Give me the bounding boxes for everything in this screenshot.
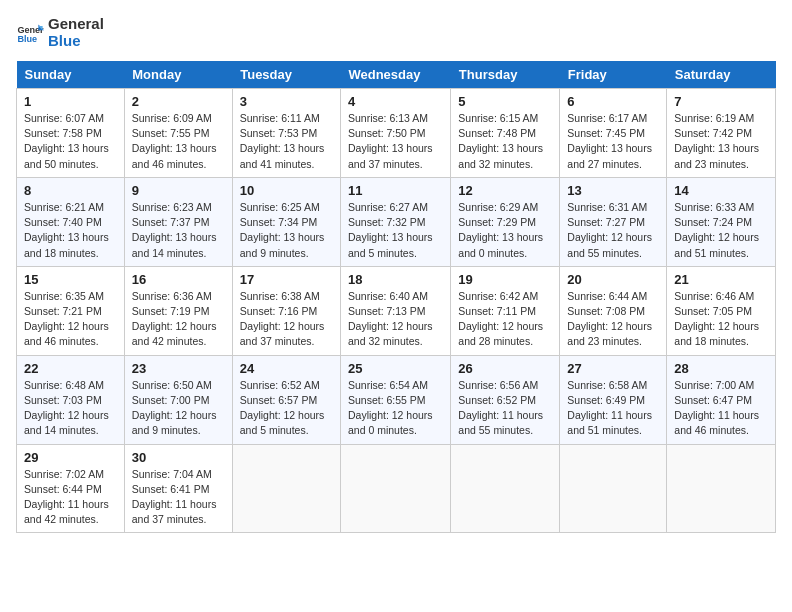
day-number: 20 (567, 272, 659, 287)
day-info: Sunrise: 6:35 AMSunset: 7:21 PMDaylight:… (24, 289, 117, 350)
calendar-cell: 26Sunrise: 6:56 AMSunset: 6:52 PMDayligh… (451, 355, 560, 444)
day-info: Sunrise: 6:36 AMSunset: 7:19 PMDaylight:… (132, 289, 225, 350)
calendar-week-1: 1Sunrise: 6:07 AMSunset: 7:58 PMDaylight… (17, 89, 776, 178)
day-number: 1 (24, 94, 117, 109)
calendar-cell: 7Sunrise: 6:19 AMSunset: 7:42 PMDaylight… (667, 89, 776, 178)
day-number: 26 (458, 361, 552, 376)
day-number: 15 (24, 272, 117, 287)
calendar-cell: 18Sunrise: 6:40 AMSunset: 7:13 PMDayligh… (340, 266, 450, 355)
day-info: Sunrise: 6:07 AMSunset: 7:58 PMDaylight:… (24, 111, 117, 172)
day-info: Sunrise: 6:31 AMSunset: 7:27 PMDaylight:… (567, 200, 659, 261)
calendar-cell: 23Sunrise: 6:50 AMSunset: 7:00 PMDayligh… (124, 355, 232, 444)
day-number: 13 (567, 183, 659, 198)
calendar-cell: 25Sunrise: 6:54 AMSunset: 6:55 PMDayligh… (340, 355, 450, 444)
calendar-cell: 5Sunrise: 6:15 AMSunset: 7:48 PMDaylight… (451, 89, 560, 178)
calendar-cell: 16Sunrise: 6:36 AMSunset: 7:19 PMDayligh… (124, 266, 232, 355)
calendar-cell: 9Sunrise: 6:23 AMSunset: 7:37 PMDaylight… (124, 177, 232, 266)
calendar-cell: 12Sunrise: 6:29 AMSunset: 7:29 PMDayligh… (451, 177, 560, 266)
calendar-cell: 27Sunrise: 6:58 AMSunset: 6:49 PMDayligh… (560, 355, 667, 444)
calendar-cell: 19Sunrise: 6:42 AMSunset: 7:11 PMDayligh… (451, 266, 560, 355)
day-number: 3 (240, 94, 333, 109)
day-info: Sunrise: 6:09 AMSunset: 7:55 PMDaylight:… (132, 111, 225, 172)
day-number: 6 (567, 94, 659, 109)
day-number: 9 (132, 183, 225, 198)
calendar-cell: 1Sunrise: 6:07 AMSunset: 7:58 PMDaylight… (17, 89, 125, 178)
day-number: 21 (674, 272, 768, 287)
day-number: 27 (567, 361, 659, 376)
day-info: Sunrise: 6:42 AMSunset: 7:11 PMDaylight:… (458, 289, 552, 350)
day-number: 24 (240, 361, 333, 376)
calendar-cell: 6Sunrise: 6:17 AMSunset: 7:45 PMDaylight… (560, 89, 667, 178)
day-info: Sunrise: 7:02 AMSunset: 6:44 PMDaylight:… (24, 467, 117, 528)
day-number: 29 (24, 450, 117, 465)
weekday-header-thursday: Thursday (451, 61, 560, 89)
day-info: Sunrise: 6:50 AMSunset: 7:00 PMDaylight:… (132, 378, 225, 439)
day-info: Sunrise: 6:11 AMSunset: 7:53 PMDaylight:… (240, 111, 333, 172)
day-number: 25 (348, 361, 443, 376)
weekday-header-row: SundayMondayTuesdayWednesdayThursdayFrid… (17, 61, 776, 89)
day-info: Sunrise: 6:40 AMSunset: 7:13 PMDaylight:… (348, 289, 443, 350)
day-info: Sunrise: 6:25 AMSunset: 7:34 PMDaylight:… (240, 200, 333, 261)
calendar-table: SundayMondayTuesdayWednesdayThursdayFrid… (16, 61, 776, 533)
calendar-cell (232, 444, 340, 533)
weekday-header-saturday: Saturday (667, 61, 776, 89)
day-info: Sunrise: 6:13 AMSunset: 7:50 PMDaylight:… (348, 111, 443, 172)
logo-icon: General Blue (16, 19, 44, 47)
calendar-cell (560, 444, 667, 533)
day-number: 30 (132, 450, 225, 465)
calendar-cell: 2Sunrise: 6:09 AMSunset: 7:55 PMDaylight… (124, 89, 232, 178)
day-number: 16 (132, 272, 225, 287)
day-number: 11 (348, 183, 443, 198)
svg-text:Blue: Blue (17, 34, 37, 44)
day-number: 17 (240, 272, 333, 287)
calendar-week-4: 22Sunrise: 6:48 AMSunset: 7:03 PMDayligh… (17, 355, 776, 444)
day-info: Sunrise: 6:19 AMSunset: 7:42 PMDaylight:… (674, 111, 768, 172)
calendar-week-5: 29Sunrise: 7:02 AMSunset: 6:44 PMDayligh… (17, 444, 776, 533)
calendar-cell (667, 444, 776, 533)
day-info: Sunrise: 6:56 AMSunset: 6:52 PMDaylight:… (458, 378, 552, 439)
page-header: General Blue General Blue (16, 16, 776, 49)
day-info: Sunrise: 6:58 AMSunset: 6:49 PMDaylight:… (567, 378, 659, 439)
calendar-cell: 8Sunrise: 6:21 AMSunset: 7:40 PMDaylight… (17, 177, 125, 266)
day-info: Sunrise: 6:48 AMSunset: 7:03 PMDaylight:… (24, 378, 117, 439)
day-number: 4 (348, 94, 443, 109)
weekday-header-sunday: Sunday (17, 61, 125, 89)
day-info: Sunrise: 6:54 AMSunset: 6:55 PMDaylight:… (348, 378, 443, 439)
day-number: 28 (674, 361, 768, 376)
calendar-cell: 15Sunrise: 6:35 AMSunset: 7:21 PMDayligh… (17, 266, 125, 355)
calendar-cell: 20Sunrise: 6:44 AMSunset: 7:08 PMDayligh… (560, 266, 667, 355)
day-number: 2 (132, 94, 225, 109)
calendar-cell: 30Sunrise: 7:04 AMSunset: 6:41 PMDayligh… (124, 444, 232, 533)
day-info: Sunrise: 6:29 AMSunset: 7:29 PMDaylight:… (458, 200, 552, 261)
calendar-cell: 11Sunrise: 6:27 AMSunset: 7:32 PMDayligh… (340, 177, 450, 266)
day-number: 7 (674, 94, 768, 109)
calendar-cell: 4Sunrise: 6:13 AMSunset: 7:50 PMDaylight… (340, 89, 450, 178)
calendar-week-3: 15Sunrise: 6:35 AMSunset: 7:21 PMDayligh… (17, 266, 776, 355)
day-info: Sunrise: 6:38 AMSunset: 7:16 PMDaylight:… (240, 289, 333, 350)
calendar-cell: 13Sunrise: 6:31 AMSunset: 7:27 PMDayligh… (560, 177, 667, 266)
calendar-cell (451, 444, 560, 533)
calendar-cell: 29Sunrise: 7:02 AMSunset: 6:44 PMDayligh… (17, 444, 125, 533)
day-info: Sunrise: 6:21 AMSunset: 7:40 PMDaylight:… (24, 200, 117, 261)
calendar-cell: 10Sunrise: 6:25 AMSunset: 7:34 PMDayligh… (232, 177, 340, 266)
day-number: 5 (458, 94, 552, 109)
weekday-header-friday: Friday (560, 61, 667, 89)
day-number: 12 (458, 183, 552, 198)
day-number: 22 (24, 361, 117, 376)
day-info: Sunrise: 6:27 AMSunset: 7:32 PMDaylight:… (348, 200, 443, 261)
calendar-cell: 3Sunrise: 6:11 AMSunset: 7:53 PMDaylight… (232, 89, 340, 178)
day-number: 19 (458, 272, 552, 287)
day-info: Sunrise: 6:15 AMSunset: 7:48 PMDaylight:… (458, 111, 552, 172)
day-info: Sunrise: 6:33 AMSunset: 7:24 PMDaylight:… (674, 200, 768, 261)
day-number: 8 (24, 183, 117, 198)
day-info: Sunrise: 6:46 AMSunset: 7:05 PMDaylight:… (674, 289, 768, 350)
weekday-header-wednesday: Wednesday (340, 61, 450, 89)
calendar-cell: 21Sunrise: 6:46 AMSunset: 7:05 PMDayligh… (667, 266, 776, 355)
day-number: 18 (348, 272, 443, 287)
weekday-header-tuesday: Tuesday (232, 61, 340, 89)
calendar-week-2: 8Sunrise: 6:21 AMSunset: 7:40 PMDaylight… (17, 177, 776, 266)
calendar-cell: 22Sunrise: 6:48 AMSunset: 7:03 PMDayligh… (17, 355, 125, 444)
calendar-cell: 17Sunrise: 6:38 AMSunset: 7:16 PMDayligh… (232, 266, 340, 355)
calendar-cell: 28Sunrise: 7:00 AMSunset: 6:47 PMDayligh… (667, 355, 776, 444)
day-number: 14 (674, 183, 768, 198)
